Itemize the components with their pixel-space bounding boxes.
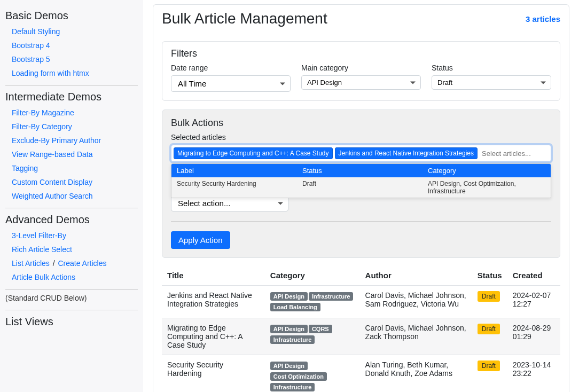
- th-created: Created: [507, 265, 560, 286]
- cell-title: Migrating to Edge Computing and C++: A C…: [162, 318, 265, 355]
- sidebar-item-bootstrap-4[interactable]: Bootstrap 4: [12, 41, 50, 50]
- divider: [5, 289, 138, 289]
- sidebar-item-weighted-author[interactable]: Weighted Author Search: [12, 192, 93, 200]
- article-count-link[interactable]: 3 articles: [526, 14, 560, 23]
- dropdown-header: Label Status Category: [171, 164, 551, 177]
- main-content: Bulk Article Management 3 articles Filte…: [143, 0, 579, 392]
- sidebar-group-heading: Intermediate Demos: [5, 91, 138, 103]
- selected-chip[interactable]: Migrating to Edge Computing and C++: A C…: [174, 147, 333, 159]
- divider: [5, 310, 138, 310]
- cell-category: API DesignInfrastructureLoad Balancing: [265, 286, 360, 318]
- dropdown-option-label: Security Security Hardening: [171, 177, 297, 198]
- sidebar-item-3level-filter[interactable]: 3-Level Filter-By: [12, 231, 66, 240]
- filters-card: Filters Date range All Time Main categor: [162, 41, 560, 101]
- bulk-heading: Bulk Actions: [162, 110, 560, 133]
- divider: [5, 85, 138, 85]
- status-badge: Draft: [478, 360, 500, 371]
- selected-articles-input[interactable]: Migrating to Edge Computing and C++: A C…: [171, 145, 551, 162]
- date-range-select[interactable]: All Time: [171, 75, 291, 92]
- cell-created: 2023-10-14 23:22: [507, 355, 560, 393]
- cell-category: API DesignCost OptimizationInfrastructur…: [265, 355, 360, 393]
- table-row: Migrating to Edge Computing and C++: A C…: [162, 318, 560, 355]
- filters-heading: Filters: [162, 42, 560, 64]
- sidebar-group-heading: Basic Demos: [5, 10, 138, 22]
- sidebar-group-heading: Advanced Demos: [5, 214, 138, 226]
- sidebar: Basic Demos Default Styling Bootstrap 4 …: [0, 0, 143, 392]
- cell-created: 2024-08-29 01:29: [507, 318, 560, 355]
- status-label: Status: [432, 64, 551, 72]
- articles-table: Title Category Author Status Created Jen…: [162, 265, 560, 392]
- cell-category: API DesignCQRSInfrastructure: [265, 318, 360, 355]
- divider: [5, 208, 138, 208]
- sidebar-item-custom-content[interactable]: Custom Content Display: [12, 178, 92, 186]
- dropdown-col-status: Status: [297, 164, 422, 177]
- sidebar-item-create-articles[interactable]: Create Articles: [58, 259, 106, 268]
- page-title: Bulk Article Management: [162, 10, 327, 27]
- separator: /: [53, 259, 57, 268]
- sidebar-item-tagging[interactable]: Tagging: [12, 164, 38, 173]
- article-search-input[interactable]: [480, 148, 549, 159]
- th-category: Category: [265, 265, 360, 286]
- cell-status: Draft: [472, 318, 507, 355]
- selected-chip[interactable]: Jenkins and React Native Integration Str…: [335, 147, 478, 159]
- standard-crud-label: (Standard CRUD Below): [5, 294, 138, 302]
- cell-created: 2024-02-07 12:27: [507, 286, 560, 318]
- dropdown-option[interactable]: Security Security Hardening Draft API De…: [171, 177, 551, 198]
- cell-title: Jenkins and React Native Integration Str…: [162, 286, 265, 318]
- main-category-select[interactable]: API Design: [301, 75, 421, 90]
- selected-articles-label: Selected articles: [171, 133, 551, 142]
- th-status: Status: [472, 265, 507, 286]
- category-tag: Load Balancing: [270, 303, 320, 311]
- cell-status: Draft: [472, 355, 507, 393]
- divider: [171, 221, 551, 222]
- category-tag: Infrastructure: [270, 383, 315, 391]
- dropdown-option-category: API Design, Cost Optimization, Infrastru…: [422, 177, 551, 198]
- page-card: Bulk Article Management 3 articles Filte…: [153, 4, 569, 392]
- dropdown-col-label: Label: [171, 164, 297, 177]
- category-tag: API Design: [270, 362, 308, 370]
- apply-action-button[interactable]: Apply Action: [171, 231, 230, 249]
- sidebar-item-default-styling[interactable]: Default Styling: [12, 27, 60, 36]
- sidebar-item-bulk-actions[interactable]: Article Bulk Actions: [12, 273, 75, 281]
- sidebar-item-exclude-author[interactable]: Exclude-By Primary Author: [12, 136, 101, 145]
- main-category-label: Main category: [301, 64, 421, 72]
- sidebar-item-rich-article[interactable]: Rich Article Select: [12, 245, 72, 254]
- cell-status: Draft: [472, 286, 507, 318]
- dropdown-option-status: Draft: [297, 177, 422, 198]
- category-tag: Infrastructure: [270, 335, 315, 344]
- category-tag: API Design: [270, 325, 308, 333]
- sidebar-item-bootstrap-5[interactable]: Bootstrap 5: [12, 55, 50, 64]
- category-tag: API Design: [270, 292, 308, 301]
- status-badge: Draft: [478, 291, 500, 302]
- sidebar-item-list-articles[interactable]: List Articles: [12, 259, 50, 268]
- th-title: Title: [162, 265, 265, 286]
- sidebar-item-loading-htmx[interactable]: Loading form with htmx: [12, 69, 89, 77]
- th-author: Author: [360, 265, 472, 286]
- sidebar-item-range-data[interactable]: View Range-based Data: [12, 150, 93, 159]
- status-badge: Draft: [478, 324, 500, 334]
- cell-author: Alan Turing, Beth Kumar, Donald Knuth, Z…: [360, 355, 472, 393]
- status-select[interactable]: Draft: [432, 75, 551, 90]
- article-dropdown: Label Status Category Security Security …: [171, 163, 551, 198]
- table-row: Jenkins and React Native Integration Str…: [162, 286, 560, 318]
- cell-author: Carol Davis, Michael Johnson, Zack Thomp…: [360, 318, 472, 355]
- date-range-label: Date range: [171, 64, 291, 72]
- sidebar-item-filter-magazine[interactable]: Filter-By Magazine: [12, 108, 74, 117]
- category-tag: Infrastructure: [309, 292, 354, 301]
- cell-author: Carol Davis, Michael Johnson, Sam Rodrig…: [360, 286, 472, 318]
- cell-title: Security Security Hardening: [162, 355, 265, 393]
- category-tag: Cost Optimization: [270, 372, 327, 381]
- dropdown-col-category: Category: [422, 164, 551, 177]
- sidebar-item-filter-category[interactable]: Filter-By Category: [12, 122, 72, 131]
- sidebar-group-heading: List Views: [5, 316, 138, 328]
- category-tag: CQRS: [309, 325, 332, 333]
- table-row: Security Security HardeningAPI DesignCos…: [162, 355, 560, 393]
- bulk-actions-card: Bulk Actions Selected articles Migrating…: [162, 109, 560, 258]
